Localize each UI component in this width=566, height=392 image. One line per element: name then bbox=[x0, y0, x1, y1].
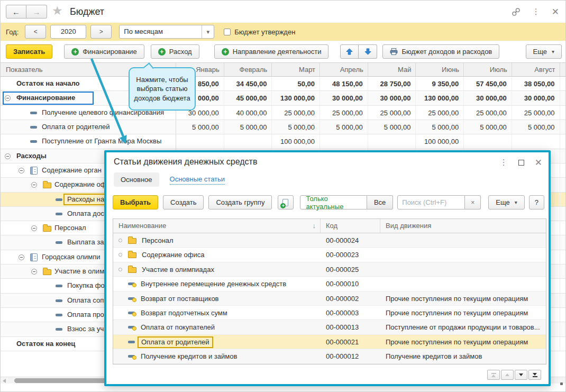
list-item[interactable]: Возврат от поставщиков00-000002Прочие по… bbox=[113, 291, 546, 306]
cell-value[interactable]: 5 000,00 bbox=[224, 120, 272, 134]
list-item[interactable]: Оплата от покупателей00-000013Поступлени… bbox=[113, 320, 546, 334]
item-kind-cell[interactable] bbox=[380, 233, 547, 247]
maximize-icon[interactable] bbox=[518, 160, 524, 166]
create-group-button[interactable]: Создать группу bbox=[208, 195, 272, 209]
cell-value[interactable]: 28 750,00 bbox=[368, 77, 416, 90]
add-financing-button[interactable]: +Финансирование bbox=[64, 44, 144, 59]
cell-value[interactable]: 25 000,00 bbox=[416, 106, 464, 120]
filter-all-button[interactable]: Все bbox=[367, 195, 393, 209]
item-kind-cell[interactable] bbox=[380, 262, 547, 276]
cell-value[interactable]: 5 000,00 bbox=[320, 120, 368, 134]
period-mode-select[interactable]: По месяцам bbox=[119, 25, 214, 39]
item-kind-cell[interactable]: Прочие поступления по текущим операциям bbox=[380, 306, 547, 320]
year-field[interactable]: 2020 bbox=[50, 25, 86, 39]
item-code-cell[interactable]: 00-000021 bbox=[321, 335, 380, 349]
tree-collapse-icon[interactable] bbox=[5, 153, 11, 159]
copy-item-button[interactable] bbox=[278, 195, 293, 209]
cell-value[interactable]: 5 000,00 bbox=[368, 120, 416, 134]
group-marker-icon[interactable] bbox=[118, 268, 122, 271]
item-kind-cell[interactable]: Поступление от продажи продукции и товар… bbox=[380, 320, 547, 334]
item-name-cell[interactable]: Содержание офиса bbox=[113, 248, 321, 261]
item-kind-cell[interactable]: Получение кредитов и займов bbox=[380, 349, 547, 363]
item-code-cell[interactable]: 00-000023 bbox=[321, 248, 380, 261]
item-name-cell[interactable]: Оплата от родителей bbox=[113, 335, 321, 349]
filter-actual-button[interactable]: Только актуальные bbox=[300, 195, 367, 209]
item-kind-cell[interactable]: Прочие поступления по текущим операциям bbox=[380, 335, 547, 349]
cell-value[interactable] bbox=[320, 134, 368, 148]
list-item[interactable]: Участие в олимпиадах00-000025 bbox=[113, 262, 546, 277]
cell-value[interactable]: 30 000,00 bbox=[464, 91, 512, 105]
more-button[interactable]: Еще▾ bbox=[526, 44, 562, 59]
tree-collapse-icon[interactable] bbox=[5, 95, 11, 101]
tree-collapse-icon[interactable] bbox=[19, 254, 24, 260]
tree-collapse-icon[interactable] bbox=[19, 168, 24, 174]
cell-value[interactable] bbox=[176, 134, 224, 148]
cell-value[interactable]: 25 000,00 bbox=[368, 106, 416, 120]
back-button[interactable]: ← bbox=[6, 5, 26, 19]
cell-value[interactable]: 30 000,00 bbox=[320, 91, 368, 105]
year-prev-button[interactable]: < bbox=[25, 25, 46, 39]
cell-value[interactable]: 9 350,00 bbox=[416, 77, 464, 90]
item-code-cell[interactable]: 00-000025 bbox=[321, 262, 380, 276]
budget-column-header[interactable]: Июль bbox=[464, 63, 512, 76]
item-name-cell[interactable]: Внутреннее перемещение денежных средств bbox=[113, 277, 321, 290]
help-button[interactable]: ? bbox=[529, 195, 544, 209]
cell-value[interactable]: 50,00 bbox=[272, 77, 320, 90]
tree-collapse-icon[interactable] bbox=[31, 225, 37, 231]
cell-value[interactable]: 30 000,00 bbox=[512, 91, 560, 105]
cell-value[interactable]: 57 450,00 bbox=[464, 77, 512, 90]
budget-row-label-cell[interactable]: Оплата от родителей bbox=[1, 120, 176, 134]
cell-value[interactable]: 5 000,00 bbox=[416, 120, 464, 134]
cell-value[interactable]: 5 000,00 bbox=[272, 120, 320, 134]
item-code-cell[interactable]: 00-000003 bbox=[321, 306, 380, 320]
list-item[interactable]: Персонал00-000024 bbox=[113, 233, 546, 248]
cell-value[interactable]: 45 000,00 bbox=[224, 91, 272, 105]
cell-value[interactable]: 25 000,00 bbox=[512, 106, 560, 120]
create-button[interactable]: Создать bbox=[163, 195, 204, 209]
cell-value[interactable]: 25 000,00 bbox=[272, 106, 320, 120]
favorite-star-icon[interactable]: ★ bbox=[52, 4, 63, 18]
window-close-icon[interactable]: ✕ bbox=[552, 7, 559, 16]
budget-column-header[interactable]: Март bbox=[272, 63, 320, 76]
list-item[interactable]: Оплата от родителей00-000021Прочие посту… bbox=[113, 335, 546, 349]
tab-main-articles[interactable]: Основные статьи bbox=[170, 175, 225, 185]
table-row[interactable]: Оплата от родителей5 000,005 000,005 000… bbox=[1, 120, 566, 134]
budget-approved-checkbox[interactable] bbox=[224, 29, 231, 35]
item-kind-cell[interactable] bbox=[380, 248, 547, 261]
item-name-cell[interactable]: Участие в олимпиадах bbox=[113, 262, 321, 276]
cell-value[interactable]: 25 000,00 bbox=[320, 106, 368, 120]
cell-value[interactable] bbox=[368, 134, 416, 148]
item-code-cell[interactable]: 00-000012 bbox=[321, 349, 380, 363]
tree-collapse-icon[interactable] bbox=[31, 269, 37, 275]
go-next-button[interactable] bbox=[515, 370, 527, 380]
cell-value[interactable]: 5 000,00 bbox=[512, 120, 560, 134]
dialog-more-button[interactable]: Еще▾ bbox=[488, 195, 524, 209]
item-kind-cell[interactable] bbox=[380, 277, 547, 290]
scroll-left-icon[interactable] bbox=[3, 379, 6, 383]
search-input[interactable] bbox=[397, 195, 465, 209]
year-next-button[interactable]: > bbox=[90, 25, 112, 39]
link-icon[interactable] bbox=[512, 7, 521, 16]
list-item[interactable]: Получение кредитов и займов00-000012Полу… bbox=[113, 349, 546, 363]
item-code-cell[interactable]: 00-000024 bbox=[321, 233, 380, 247]
table-row[interactable]: Получение целевого финансирования30 000,… bbox=[1, 106, 566, 120]
item-name-cell[interactable]: Возврат подотчетных сумм bbox=[113, 306, 321, 320]
cell-value[interactable]: 40 000,00 bbox=[224, 106, 272, 120]
budget-column-header[interactable]: Август bbox=[512, 63, 560, 76]
cell-value[interactable]: 34 450,00 bbox=[224, 77, 272, 90]
cell-value[interactable]: 38 050,00 bbox=[512, 77, 560, 90]
budget-column-header[interactable]: Апрель bbox=[320, 63, 368, 76]
go-prev-button[interactable] bbox=[501, 370, 514, 380]
list-item[interactable]: Содержание офиса00-000023 bbox=[113, 248, 546, 262]
cell-value[interactable]: 5 000,00 bbox=[176, 120, 224, 134]
cell-value[interactable] bbox=[464, 134, 512, 148]
add-expense-button[interactable]: +Расход bbox=[151, 44, 199, 59]
go-last-button[interactable] bbox=[528, 370, 541, 380]
window-more-icon[interactable]: ⋮ bbox=[532, 7, 540, 16]
forward-button[interactable]: → bbox=[26, 5, 47, 19]
go-first-button[interactable] bbox=[487, 370, 500, 380]
budget-column-header[interactable]: Май bbox=[368, 63, 416, 76]
item-name-cell[interactable]: Персонал bbox=[113, 233, 321, 247]
group-marker-icon[interactable] bbox=[118, 239, 122, 242]
move-up-button[interactable] bbox=[340, 44, 359, 59]
